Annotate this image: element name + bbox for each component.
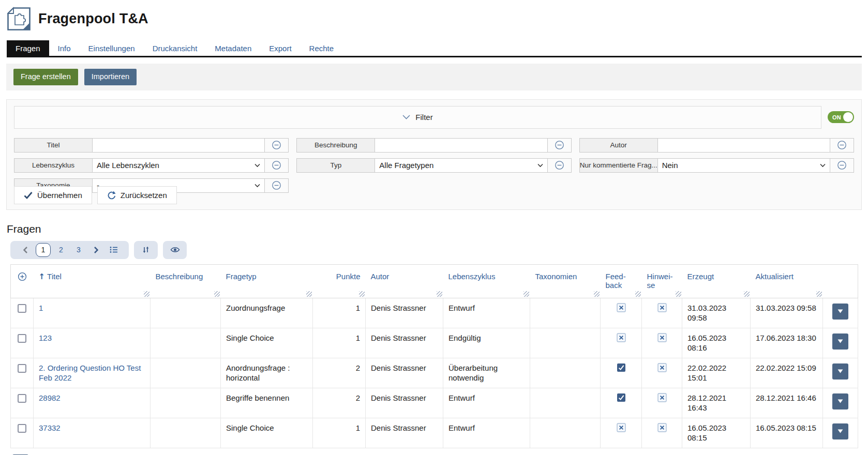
cell-aktualisiert: 16.05.2023 08:15 xyxy=(751,418,823,448)
pagination-page-2[interactable]: 2 xyxy=(52,241,70,259)
view-toggle-button[interactable] xyxy=(163,241,187,259)
filter-input-autor[interactable] xyxy=(658,139,830,152)
row-checkbox[interactable] xyxy=(18,334,26,343)
caret-down-icon xyxy=(837,369,843,373)
column-resize-handle[interactable] xyxy=(437,291,442,297)
question-title-link[interactable]: 37332 xyxy=(39,423,61,432)
filter-field-nur-kommentierte-frag: Nur kommentierte Frag...Nein xyxy=(579,158,854,173)
tab-rechte[interactable]: Rechte xyxy=(301,40,343,56)
pagination-prev-button[interactable] xyxy=(17,241,34,259)
row-checkbox[interactable] xyxy=(18,424,26,433)
filter-input-titel[interactable] xyxy=(93,139,264,152)
tab-info[interactable]: Info xyxy=(49,40,80,56)
column-header-beschreibung[interactable]: Beschreibung xyxy=(151,264,221,298)
column-resize-handle[interactable] xyxy=(144,291,149,297)
cell-fragetyp: Zuordnungsfrage xyxy=(221,298,313,328)
pagination-page-1[interactable]: 1 xyxy=(36,243,51,257)
rows-per-page-button[interactable] xyxy=(105,241,123,259)
hinweise-no-icon xyxy=(657,333,667,342)
filter-input-beschreibung[interactable] xyxy=(375,139,547,152)
remove-filter-button-titel[interactable] xyxy=(265,138,289,153)
tab-einstellungen[interactable]: Einstellungen xyxy=(80,40,144,56)
tab-fragen[interactable]: Fragen xyxy=(7,40,49,56)
remove-filter-button-beschreibung[interactable] xyxy=(548,138,572,153)
remove-filter-button-lebenszyklus[interactable] xyxy=(265,158,289,173)
question-title-link[interactable]: 1 xyxy=(39,304,43,312)
cell-autor: Denis Strassner xyxy=(366,328,443,358)
column-resize-handle[interactable] xyxy=(635,291,641,297)
toggle-on-label: ON xyxy=(832,114,841,120)
remove-filter-icon xyxy=(272,140,281,150)
column-header-taxonomien[interactable]: Taxonomien xyxy=(530,264,601,298)
row-actions-dropdown-button[interactable] xyxy=(832,333,848,350)
column-header-titel[interactable]: ↑Titel xyxy=(34,264,151,298)
question-title-link[interactable]: 2. Ordering Question HO Test Feb 2022 xyxy=(39,363,141,383)
row-actions-dropdown-button[interactable] xyxy=(832,393,848,410)
column-resize-handle[interactable] xyxy=(359,291,365,297)
filter-toggle[interactable]: ON xyxy=(828,111,854,123)
question-title-link[interactable]: 28982 xyxy=(39,393,61,402)
pagination-next-button[interactable] xyxy=(87,241,105,259)
remove-filter-button-nur-kommentierte-frag[interactable] xyxy=(830,158,854,173)
cell-titel: 28982 xyxy=(34,388,151,418)
column-resize-handle[interactable] xyxy=(594,291,600,297)
row-checkbox[interactable] xyxy=(18,304,26,313)
column-header-aktualisiert[interactable]: Aktualisiert xyxy=(751,264,823,298)
cell-hinweise xyxy=(642,418,682,448)
tab-metadaten[interactable]: Metadaten xyxy=(206,40,260,56)
filter-select-typ[interactable]: Alle Fragetypen xyxy=(375,159,547,172)
table-row: 123Single Choice1Denis StrassnerEndgülti… xyxy=(11,328,858,358)
filter-collapse-header[interactable]: Filter xyxy=(14,106,821,129)
filter-control-typ: Alle Fragetypen xyxy=(375,158,547,173)
row-checkbox[interactable] xyxy=(18,394,26,403)
apply-filter-button[interactable]: Übernehmen xyxy=(14,186,92,204)
row-actions-dropdown-button[interactable] xyxy=(832,423,848,439)
row-checkbox[interactable] xyxy=(18,364,26,373)
filter-select-nur-kommentierte-frag[interactable]: Nein xyxy=(658,159,830,172)
reset-filter-button[interactable]: Zurücksetzen xyxy=(97,186,177,204)
column-header-feedback[interactable]: Feed­back xyxy=(601,264,642,298)
cell-punkte: 1 xyxy=(313,418,366,448)
remove-filter-icon xyxy=(837,140,847,150)
column-header-lebenszyklus[interactable]: Lebenszyklus xyxy=(443,264,530,298)
cell-punkte: 1 xyxy=(313,328,366,358)
pagination-page-3[interactable]: 3 xyxy=(70,241,87,259)
column-header-autor[interactable]: Autor xyxy=(366,264,443,298)
tab-bar: FragenInfoEinstellungenDruckansichtMetad… xyxy=(7,40,862,57)
cell-beschreibung xyxy=(151,298,221,328)
cell-feedback xyxy=(601,298,642,328)
column-header-erzeugt[interactable]: Erzeugt xyxy=(682,264,751,298)
create-question-button[interactable]: Frage erstellen xyxy=(13,69,78,85)
cell-feedback xyxy=(601,418,642,448)
column-resize-handle[interactable] xyxy=(744,291,750,297)
tab-druckansicht[interactable]: Druckansicht xyxy=(144,40,206,56)
column-header-hinweise[interactable]: Hinwei­se xyxy=(642,264,682,298)
remove-filter-button-typ[interactable] xyxy=(548,158,572,173)
pagination: 123 xyxy=(10,241,129,259)
tab-export[interactable]: Export xyxy=(260,40,300,56)
add-column-button[interactable] xyxy=(11,264,34,298)
question-title-link[interactable]: 123 xyxy=(39,333,52,342)
reset-filter-label: Zurücksetzen xyxy=(121,191,167,200)
page-title: Fragenpool T&A xyxy=(38,11,148,27)
filter-panel: Filter ON TitelBeschreibungAutorLebenszy… xyxy=(6,99,862,210)
column-resize-handle[interactable] xyxy=(214,291,220,297)
column-resize-handle[interactable] xyxy=(306,291,312,297)
import-button[interactable]: Importieren xyxy=(84,69,137,85)
filter-control-titel xyxy=(93,138,265,153)
column-resize-handle[interactable] xyxy=(676,291,681,297)
column-resize-handle[interactable] xyxy=(523,291,529,297)
column-header-punkte[interactable]: Punkte xyxy=(313,264,366,298)
sort-button[interactable] xyxy=(134,241,158,259)
filter-control-autor xyxy=(658,138,830,153)
filter-field-lebenszyklus: LebenszyklusAlle Lebenszyklen xyxy=(14,158,289,173)
remove-filter-button-autor[interactable] xyxy=(830,138,854,153)
column-resize-handle[interactable] xyxy=(816,291,822,297)
row-actions-dropdown-button[interactable] xyxy=(832,363,848,380)
question-pool-puzzle-icon xyxy=(7,7,31,31)
cell-aktualisiert: 22.02.2022 15:09 xyxy=(751,358,823,388)
row-actions-dropdown-button[interactable] xyxy=(832,304,848,320)
cell-feedback xyxy=(601,388,642,418)
column-header-fragetyp[interactable]: Fragetyp xyxy=(221,264,313,298)
filter-select-lebenszyklus[interactable]: Alle Lebenszyklen xyxy=(93,159,264,172)
